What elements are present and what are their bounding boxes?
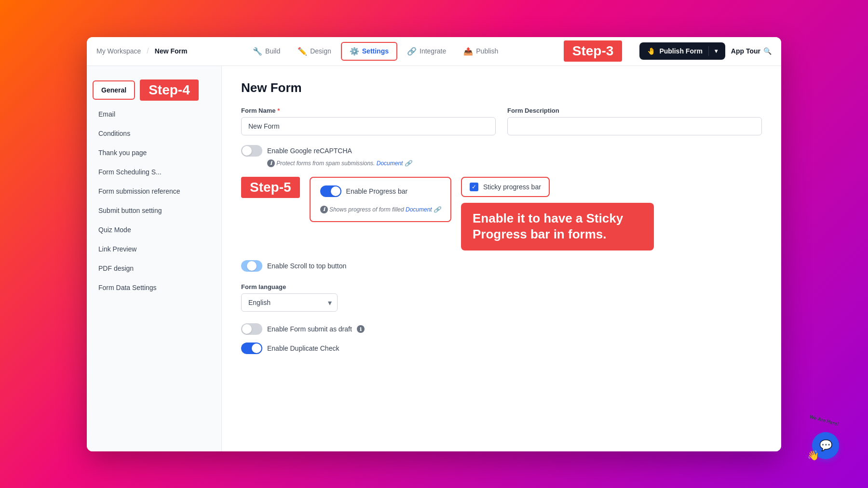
nav-design[interactable]: ✏️ Design bbox=[290, 43, 339, 60]
progress-helper: ℹ Shows progress of form filled Document… bbox=[320, 206, 441, 213]
sidebar: General Step-4 Email Conditions Thank yo… bbox=[87, 66, 222, 451]
topbar: My Workspace / New Form 🔧 Build ✏️ Desig… bbox=[87, 37, 781, 66]
topbar-nav: 🔧 Build ✏️ Design ⚙️ Settings 🔗 Integrat… bbox=[195, 42, 556, 61]
hand-pointing-icon: 👋 bbox=[807, 449, 819, 461]
publish-btn-divider bbox=[708, 46, 709, 56]
app-tour-button[interactable]: App Tour 🔍 bbox=[731, 47, 772, 55]
sidebar-item-submit-btn[interactable]: Submit button setting bbox=[87, 201, 221, 220]
nav-integrate[interactable]: 🔗 Integrate bbox=[399, 43, 454, 60]
design-icon: ✏️ bbox=[298, 47, 307, 56]
sidebar-linkpreview-label: Link Preview bbox=[98, 245, 136, 253]
draft-section: Enable Form submit as draft ℹ bbox=[241, 323, 762, 335]
nav-settings[interactable]: ⚙️ Settings bbox=[341, 42, 397, 61]
recaptcha-section: Enable Google reCAPTCHA ℹ Protect forms … bbox=[241, 145, 762, 167]
sidebar-submission-label: Form submission reference bbox=[98, 187, 180, 195]
draft-toggle[interactable] bbox=[241, 323, 262, 335]
step5-annotation: Step-5 bbox=[241, 177, 300, 198]
duplicate-toggle[interactable] bbox=[241, 343, 262, 354]
topbar-right: 🤚 Publish Form ▾ App Tour 🔍 bbox=[639, 42, 772, 60]
sidebar-general-wrapper: General Step-4 bbox=[87, 76, 221, 105]
sidebar-item-data-settings[interactable]: Form Data Settings bbox=[87, 278, 221, 297]
form-name-label: Form Name * bbox=[241, 107, 496, 114]
sidebar-conditions-label: Conditions bbox=[98, 130, 130, 137]
progress-bar-label: Enable Progress bar bbox=[346, 187, 408, 195]
duplicate-toggle-knob bbox=[252, 343, 261, 353]
form-description-input[interactable] bbox=[507, 117, 762, 135]
form-name-row: Form Name * Form Description bbox=[241, 107, 762, 135]
recaptcha-row: Enable Google reCAPTCHA bbox=[241, 145, 762, 157]
progress-bar-toggle[interactable] bbox=[320, 185, 341, 197]
chevron-down-icon: ▾ bbox=[715, 48, 718, 54]
sidebar-submit-label: Submit button setting bbox=[98, 207, 162, 214]
topbar-left: My Workspace / New Form bbox=[96, 47, 187, 55]
chat-container: We Are Here! 👋 💬 bbox=[812, 432, 839, 459]
build-icon: 🔧 bbox=[253, 47, 262, 56]
sticky-progress-label: Sticky progress bar bbox=[483, 183, 541, 191]
form-description-group: Form Description bbox=[507, 107, 762, 135]
step3-annotation: Step-3 bbox=[564, 40, 623, 62]
progress-bar-section: Enable Progress bar ℹ Shows progress of … bbox=[310, 177, 451, 222]
checkmark-icon: ✓ bbox=[472, 184, 476, 190]
recaptcha-toggle[interactable] bbox=[241, 145, 262, 157]
progress-bar-row: Enable Progress bar bbox=[320, 185, 441, 197]
sidebar-scheduling-label: Form Scheduling S... bbox=[98, 168, 162, 176]
language-select[interactable]: English French German Spanish Arabic bbox=[241, 293, 338, 312]
recaptcha-label: Enable Google reCAPTCHA bbox=[267, 147, 352, 155]
recaptcha-doc-link[interactable]: Document 🔗 bbox=[377, 159, 412, 166]
progress-toggle-knob bbox=[331, 186, 340, 196]
we-are-here-label: We Are Here! bbox=[809, 414, 839, 427]
sidebar-item-link-preview[interactable]: Link Preview bbox=[87, 239, 221, 259]
nav-build[interactable]: 🔧 Build bbox=[245, 43, 288, 60]
form-name-group: Form Name * bbox=[241, 107, 496, 135]
sidebar-general-label: General bbox=[101, 86, 126, 94]
draft-toggle-knob bbox=[242, 324, 252, 334]
duplicate-row: Enable Duplicate Check bbox=[241, 343, 762, 354]
scroll-top-label: Enable Scroll to top button bbox=[267, 262, 346, 270]
sidebar-quiz-label: Quiz Mode bbox=[98, 226, 131, 234]
sidebar-datasettings-label: Form Data Settings bbox=[98, 284, 157, 291]
sticky-progress-checkbox[interactable]: ✓ bbox=[470, 183, 478, 191]
scroll-top-toggle[interactable] bbox=[241, 260, 262, 272]
form-language-label: Form language bbox=[241, 283, 762, 290]
duplicate-label: Enable Duplicate Check bbox=[267, 344, 339, 352]
nav-settings-label: Settings bbox=[362, 47, 389, 55]
sidebar-item-email[interactable]: Email bbox=[87, 105, 221, 124]
app-tour-label: App Tour bbox=[731, 47, 760, 55]
sidebar-pdf-label: PDF design bbox=[98, 264, 134, 272]
main-content: General Step-4 Email Conditions Thank yo… bbox=[87, 66, 781, 451]
form-description-label: Form Description bbox=[507, 107, 762, 114]
draft-info-icon: ℹ bbox=[357, 325, 365, 333]
sidebar-item-conditions[interactable]: Conditions bbox=[87, 124, 221, 143]
sidebar-item-thank-you[interactable]: Thank you page bbox=[87, 143, 221, 162]
settings-content: New Form Form Name * Form Description bbox=[222, 66, 781, 451]
progress-info-icon: ℹ bbox=[320, 206, 328, 213]
recaptcha-helper-text: Protect forms from spam submissions. bbox=[276, 159, 376, 166]
scroll-top-row: Enable Scroll to top button bbox=[241, 260, 762, 272]
chat-widget: We Are Here! 👋 💬 bbox=[812, 432, 839, 459]
sidebar-item-scheduling[interactable]: Form Scheduling S... bbox=[87, 162, 221, 182]
workspace-label[interactable]: My Workspace bbox=[96, 47, 141, 55]
recaptcha-toggle-knob bbox=[242, 146, 252, 156]
sidebar-item-quiz[interactable]: Quiz Mode bbox=[87, 220, 221, 239]
publish-icon: 📤 bbox=[463, 47, 473, 56]
scroll-toggle-knob bbox=[247, 261, 257, 271]
form-name-input[interactable] bbox=[241, 117, 496, 135]
sidebar-email-label: Email bbox=[98, 110, 115, 118]
sticky-annotation-box: Enable it to have a Sticky Progress bar … bbox=[461, 203, 654, 251]
progress-doc-link[interactable]: Document 🔗 bbox=[406, 206, 441, 212]
recaptcha-info-icon: ℹ bbox=[267, 159, 275, 167]
publish-form-label: Publish Form bbox=[659, 47, 702, 55]
form-title-label: New Form bbox=[155, 47, 188, 55]
page-title: New Form bbox=[241, 80, 762, 95]
sidebar-item-general[interactable]: General bbox=[93, 80, 135, 100]
hand-wave-icon: 🤚 bbox=[647, 47, 655, 55]
nav-integrate-label: Integrate bbox=[420, 47, 446, 55]
chat-icon: 💬 bbox=[819, 439, 832, 452]
nav-design-label: Design bbox=[310, 47, 331, 55]
sidebar-item-submission-ref[interactable]: Form submission reference bbox=[87, 182, 221, 201]
nav-publish[interactable]: 📤 Publish bbox=[456, 43, 506, 60]
publish-form-button[interactable]: 🤚 Publish Form ▾ bbox=[639, 42, 725, 60]
nav-publish-label: Publish bbox=[476, 47, 498, 55]
sidebar-item-pdf[interactable]: PDF design bbox=[87, 259, 221, 278]
language-select-wrapper: English French German Spanish Arabic ▾ bbox=[241, 293, 338, 312]
